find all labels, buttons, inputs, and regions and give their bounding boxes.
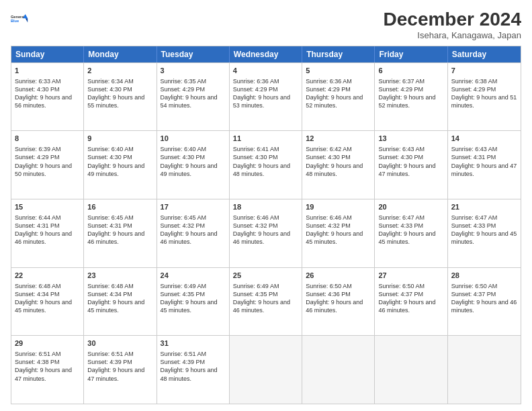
- day-info-29: Sunrise: 6:51 AMSunset: 4:38 PMDaylight:…: [15, 350, 80, 383]
- day-20: 20Sunrise: 6:47 AMSunset: 4:33 PMDayligh…: [375, 199, 447, 267]
- day-info-6: Sunrise: 6:37 AMSunset: 4:29 PMDaylight:…: [378, 77, 443, 110]
- week-row-1: 1Sunrise: 6:33 AMSunset: 4:30 PMDaylight…: [11, 62, 521, 131]
- day-number-8: 8: [15, 134, 80, 144]
- day-13: 13Sunrise: 6:43 AMSunset: 4:30 PMDayligh…: [375, 131, 447, 199]
- day-9: 9Sunrise: 6:40 AMSunset: 4:30 PMDaylight…: [84, 131, 157, 199]
- empty-cell: [448, 336, 521, 404]
- day-number-22: 22: [15, 271, 80, 281]
- day-22: 22Sunrise: 6:48 AMSunset: 4:34 PMDayligh…: [11, 268, 84, 336]
- day-number-26: 26: [306, 271, 371, 281]
- day-24: 24Sunrise: 6:49 AMSunset: 4:35 PMDayligh…: [157, 268, 230, 336]
- day-info-4: Sunrise: 6:36 AMSunset: 4:29 PMDaylight:…: [233, 77, 298, 110]
- week-row-5: 29Sunrise: 6:51 AMSunset: 4:38 PMDayligh…: [11, 335, 521, 404]
- day-number-5: 5: [306, 66, 371, 76]
- day-number-29: 29: [15, 338, 80, 349]
- day-29: 29Sunrise: 6:51 AMSunset: 4:38 PMDayligh…: [11, 336, 84, 404]
- day-info-19: Sunrise: 6:46 AMSunset: 4:32 PMDaylight:…: [306, 214, 371, 246]
- day-8: 8Sunrise: 6:39 AMSunset: 4:29 PMDaylight…: [11, 131, 84, 199]
- day-number-4: 4: [233, 66, 298, 76]
- empty-cell: [302, 336, 375, 404]
- day-26: 26Sunrise: 6:50 AMSunset: 4:36 PMDayligh…: [302, 268, 375, 336]
- day-number-24: 24: [161, 271, 226, 281]
- day-number-2: 2: [87, 66, 152, 76]
- month-title: December 2024: [384, 9, 521, 30]
- svg-marker-3: [26, 18, 28, 22]
- day-number-20: 20: [378, 202, 443, 212]
- day-31: 31Sunrise: 6:51 AMSunset: 4:39 PMDayligh…: [157, 336, 230, 404]
- header-friday: Friday: [375, 46, 447, 62]
- day-7: 7Sunrise: 6:38 AMSunset: 4:29 PMDaylight…: [448, 63, 521, 131]
- week-row-4: 22Sunrise: 6:48 AMSunset: 4:34 PMDayligh…: [11, 267, 521, 336]
- day-info-12: Sunrise: 6:42 AMSunset: 4:30 PMDaylight:…: [306, 145, 371, 178]
- day-number-7: 7: [451, 66, 517, 76]
- day-number-15: 15: [15, 202, 80, 212]
- day-info-25: Sunrise: 6:49 AMSunset: 4:35 PMDaylight:…: [233, 282, 298, 315]
- day-info-13: Sunrise: 6:43 AMSunset: 4:30 PMDaylight:…: [378, 145, 443, 178]
- day-5: 5Sunrise: 6:36 AMSunset: 4:29 PMDaylight…: [302, 63, 375, 131]
- day-15: 15Sunrise: 6:44 AMSunset: 4:31 PMDayligh…: [11, 199, 84, 267]
- day-number-21: 21: [451, 202, 517, 212]
- day-info-18: Sunrise: 6:46 AMSunset: 4:32 PMDaylight:…: [233, 214, 298, 246]
- header-sunday: Sunday: [11, 46, 84, 62]
- day-28: 28Sunrise: 6:50 AMSunset: 4:37 PMDayligh…: [448, 268, 521, 336]
- svg-text:General: General: [11, 15, 25, 19]
- day-info-9: Sunrise: 6:40 AMSunset: 4:30 PMDaylight:…: [87, 145, 152, 178]
- header-thursday: Thursday: [302, 46, 375, 62]
- day-23: 23Sunrise: 6:48 AMSunset: 4:34 PMDayligh…: [84, 268, 157, 336]
- day-info-8: Sunrise: 6:39 AMSunset: 4:29 PMDaylight:…: [15, 145, 80, 178]
- logo: GeneralBlue: [11, 9, 30, 28]
- header-saturday: Saturday: [448, 46, 521, 62]
- header-tuesday: Tuesday: [157, 46, 230, 62]
- day-number-14: 14: [451, 134, 517, 144]
- day-17: 17Sunrise: 6:45 AMSunset: 4:32 PMDayligh…: [157, 199, 230, 267]
- day-number-9: 9: [87, 134, 152, 144]
- day-number-27: 27: [378, 271, 443, 281]
- calendar-header: SundayMondayTuesdayWednesdayThursdayFrid…: [11, 46, 521, 62]
- location-subtitle: Isehara, Kanagawa, Japan: [384, 30, 521, 40]
- day-2: 2Sunrise: 6:34 AMSunset: 4:30 PMDaylight…: [84, 63, 157, 131]
- day-27: 27Sunrise: 6:50 AMSunset: 4:37 PMDayligh…: [375, 268, 447, 336]
- day-number-11: 11: [233, 134, 298, 144]
- day-3: 3Sunrise: 6:35 AMSunset: 4:29 PMDaylight…: [157, 63, 230, 131]
- empty-cell: [230, 336, 302, 404]
- day-12: 12Sunrise: 6:42 AMSunset: 4:30 PMDayligh…: [302, 131, 375, 199]
- day-30: 30Sunrise: 6:51 AMSunset: 4:39 PMDayligh…: [84, 336, 157, 404]
- day-number-16: 16: [87, 202, 152, 212]
- day-21: 21Sunrise: 6:47 AMSunset: 4:33 PMDayligh…: [448, 199, 521, 267]
- day-number-28: 28: [451, 271, 517, 281]
- day-25: 25Sunrise: 6:49 AMSunset: 4:35 PMDayligh…: [230, 268, 302, 336]
- day-18: 18Sunrise: 6:46 AMSunset: 4:32 PMDayligh…: [230, 199, 302, 267]
- day-4: 4Sunrise: 6:36 AMSunset: 4:29 PMDaylight…: [230, 63, 302, 131]
- day-info-30: Sunrise: 6:51 AMSunset: 4:39 PMDaylight:…: [87, 350, 152, 383]
- day-19: 19Sunrise: 6:46 AMSunset: 4:32 PMDayligh…: [302, 199, 375, 267]
- day-number-25: 25: [233, 271, 298, 281]
- day-info-28: Sunrise: 6:50 AMSunset: 4:37 PMDaylight:…: [451, 282, 517, 315]
- day-info-21: Sunrise: 6:47 AMSunset: 4:33 PMDaylight:…: [451, 214, 517, 246]
- empty-cell: [375, 336, 447, 404]
- day-number-13: 13: [378, 134, 443, 144]
- day-number-23: 23: [87, 271, 152, 281]
- day-info-20: Sunrise: 6:47 AMSunset: 4:33 PMDaylight:…: [378, 214, 443, 246]
- day-number-3: 3: [161, 66, 226, 76]
- day-6: 6Sunrise: 6:37 AMSunset: 4:29 PMDaylight…: [375, 63, 447, 131]
- day-info-17: Sunrise: 6:45 AMSunset: 4:32 PMDaylight:…: [161, 214, 226, 246]
- day-info-23: Sunrise: 6:48 AMSunset: 4:34 PMDaylight:…: [87, 282, 152, 315]
- calendar-body: 1Sunrise: 6:33 AMSunset: 4:30 PMDaylight…: [11, 62, 521, 404]
- day-10: 10Sunrise: 6:40 AMSunset: 4:30 PMDayligh…: [157, 131, 230, 199]
- day-11: 11Sunrise: 6:41 AMSunset: 4:30 PMDayligh…: [230, 131, 302, 199]
- title-block: December 2024 Isehara, Kanagawa, Japan: [384, 9, 521, 40]
- day-info-31: Sunrise: 6:51 AMSunset: 4:39 PMDaylight:…: [161, 350, 226, 383]
- day-info-16: Sunrise: 6:45 AMSunset: 4:31 PMDaylight:…: [87, 214, 152, 246]
- day-14: 14Sunrise: 6:43 AMSunset: 4:31 PMDayligh…: [448, 131, 521, 199]
- day-info-7: Sunrise: 6:38 AMSunset: 4:29 PMDaylight:…: [451, 77, 517, 110]
- day-info-26: Sunrise: 6:50 AMSunset: 4:36 PMDaylight:…: [306, 282, 371, 315]
- day-16: 16Sunrise: 6:45 AMSunset: 4:31 PMDayligh…: [84, 199, 157, 267]
- calendar: SundayMondayTuesdayWednesdayThursdayFrid…: [11, 46, 521, 404]
- day-info-1: Sunrise: 6:33 AMSunset: 4:30 PMDaylight:…: [15, 77, 80, 110]
- day-number-19: 19: [306, 202, 371, 212]
- day-number-10: 10: [161, 134, 226, 144]
- day-info-3: Sunrise: 6:35 AMSunset: 4:29 PMDaylight:…: [161, 77, 226, 110]
- page-header: GeneralBlue December 2024 Isehara, Kanag…: [11, 9, 521, 40]
- week-row-3: 15Sunrise: 6:44 AMSunset: 4:31 PMDayligh…: [11, 199, 521, 267]
- svg-text:Blue: Blue: [11, 19, 19, 23]
